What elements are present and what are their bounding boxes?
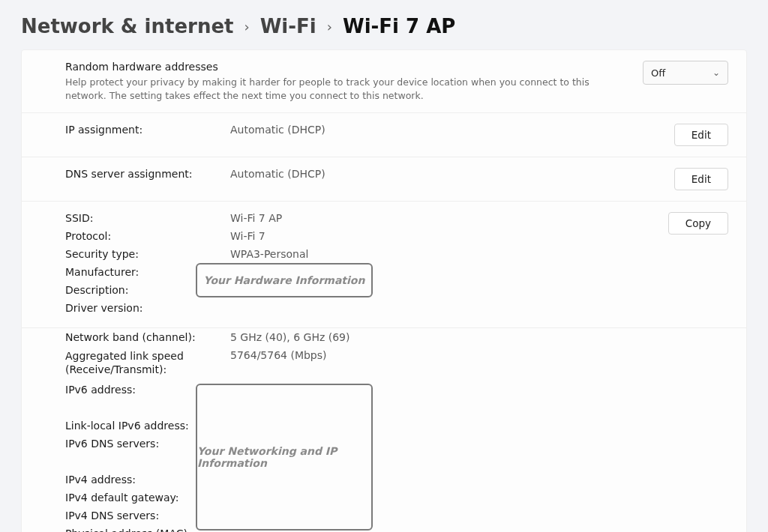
prop-driver-value <box>230 302 656 314</box>
dns-assign-edit-button[interactable]: Edit <box>674 168 728 190</box>
random-hw-dropdown[interactable]: Off ⌄ <box>643 61 728 85</box>
row-properties: SSID: Wi-Fi 7 AP Protocol: Wi-Fi 7 Secur… <box>22 202 746 328</box>
net-aggr-value: 5764/5764 (Mbps) <box>230 349 728 376</box>
net-band-label: Network band (channel): <box>65 331 230 343</box>
breadcrumb-root[interactable]: Network & internet <box>21 15 233 37</box>
random-hw-desc: Help protect your privacy by making it h… <box>65 76 590 102</box>
prop-ssid-value: Wi-Fi 7 AP <box>230 212 656 224</box>
prop-driver-label: Driver version: <box>65 302 230 314</box>
prop-ssid-label: SSID: <box>65 212 230 224</box>
dns-assign-label: DNS server assignment: <box>65 168 230 180</box>
networking-info-placeholder: Your Networking and IP Information <box>196 384 373 531</box>
chevron-right-icon: › <box>327 19 332 34</box>
dns-assign-value: Automatic (DHCP) <box>230 168 662 180</box>
row-ip-assignment: IP assignment: Automatic (DHCP) Edit <box>22 113 746 157</box>
properties-copy-button[interactable]: Copy <box>668 212 728 235</box>
chevron-down-icon: ⌄ <box>712 67 720 78</box>
ip-assign-edit-button[interactable]: Edit <box>674 124 728 146</box>
random-hw-value: Off <box>651 67 665 79</box>
ip-assign-value: Automatic (DHCP) <box>230 124 662 136</box>
net-aggr-label: Aggregated link speed (Receive/Transmit)… <box>65 349 230 376</box>
chevron-right-icon: › <box>244 19 249 34</box>
row-random-hw-addresses: Random hardware addresses Help protect y… <box>22 50 746 113</box>
ip-assign-label: IP assignment: <box>65 124 230 136</box>
prop-protocol-label: Protocol: <box>65 230 230 242</box>
row-dns-assignment: DNS server assignment: Automatic (DHCP) … <box>22 157 746 202</box>
prop-security-value: WPA3-Personal <box>230 248 656 260</box>
prop-protocol-value: Wi-Fi 7 <box>230 230 656 242</box>
random-hw-title: Random hardware addresses <box>65 61 631 73</box>
hardware-info-placeholder: Your Hardware Information <box>196 263 373 297</box>
breadcrumb-current: Wi-Fi 7 AP <box>343 15 455 37</box>
breadcrumb-wifi[interactable]: Wi-Fi <box>260 15 316 37</box>
prop-security-label: Security type: <box>65 248 230 260</box>
breadcrumb: Network & internet › Wi-Fi › Wi-Fi 7 AP <box>0 0 768 49</box>
net-band-value: 5 GHz (40), 6 GHz (69) <box>230 331 728 343</box>
row-networking: Network band (channel): 5 GHz (40), 6 GH… <box>22 328 746 532</box>
settings-panel: Random hardware addresses Help protect y… <box>21 49 747 532</box>
